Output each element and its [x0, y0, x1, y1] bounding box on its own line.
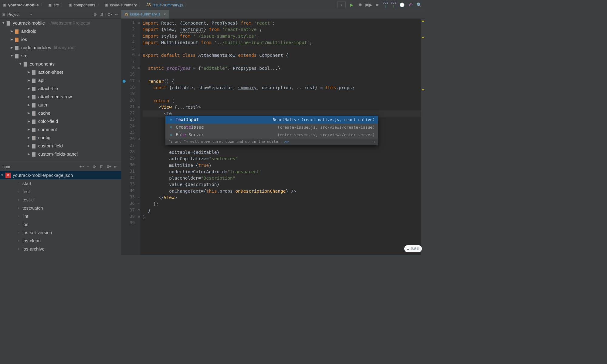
refresh-button[interactable]: ⟳ [91, 163, 98, 170]
tree-item[interactable]: ▶▇comment [0, 125, 121, 133]
completion-item[interactable]: ⚛TextInputReactNative (react-native.js, … [165, 116, 378, 123]
close-tab-button[interactable]: × [164, 12, 166, 16]
add-button[interactable]: ＋▾ [78, 163, 85, 170]
tree-item-label: src [21, 53, 27, 58]
breadcrumb-bar: ▣youtrack-mobile〉 ▣src〉 ▣components〉 ▣is… [0, 0, 425, 10]
tree-item[interactable]: ▼▇youtrack-mobile~/WebstormProjects/ [0, 19, 121, 27]
collapse-button[interactable]: ⇵ [98, 163, 105, 170]
folder-icon: ▇ [31, 152, 36, 157]
tree-item[interactable]: ▶▇attachments-row [0, 93, 121, 101]
npm-script-item[interactable]: ○test-ci [0, 196, 121, 204]
npm-script-item[interactable]: ○test:watch [0, 204, 121, 212]
vcs-update-button[interactable]: VCS↓ [383, 1, 388, 8]
tree-item[interactable]: ▶▇color-field [0, 117, 121, 125]
completion-item[interactable]: ⚛CreateIssue(create-issue.js, src/views/… [165, 123, 378, 131]
settings-gear-icon[interactable]: ⚙▾ [106, 163, 112, 170]
folder-icon: ▇ [31, 143, 36, 148]
collapse-all-button[interactable]: ⇵ [99, 11, 105, 17]
npm-script-item[interactable]: ○ios [0, 220, 121, 228]
locate-button[interactable]: ⊕ [92, 11, 99, 17]
js-file-icon: JS [124, 12, 128, 16]
react-icon: ⚛ [168, 125, 173, 130]
folder-icon: ▣ [69, 3, 72, 7]
hint-link[interactable]: >> [284, 140, 289, 144]
history-button[interactable]: 🕘 [398, 2, 406, 8]
npm-title: npm [2, 164, 10, 169]
tree-item[interactable]: ▶▇action-sheet [0, 68, 121, 76]
stop-button[interactable]: ■ [373, 2, 381, 8]
breadcrumb-item[interactable]: JSissue-summary.js〉 [145, 1, 192, 8]
tree-item[interactable]: ▼▇components [0, 60, 121, 68]
folder-icon: ▇ [31, 111, 36, 116]
completion-item[interactable]: ⚛EnterServer(enter-server.js, src/views/… [165, 131, 378, 139]
breadcrumb-item[interactable]: ▣issue-summary〉 [104, 1, 145, 8]
tab-label: issue-summary.js [130, 12, 161, 16]
search-everywhere-button[interactable]: 🔍 [415, 2, 423, 8]
tree-item[interactable]: ▶▇cache [0, 109, 121, 117]
tree-item-label: color-field [38, 119, 58, 124]
npm-icon: n [5, 173, 11, 178]
hide-button[interactable]: ⇤ [112, 163, 119, 170]
folder-icon: ▇ [22, 62, 28, 66]
hide-button[interactable]: ⇤ [113, 11, 120, 17]
npm-script-item[interactable]: ○test [0, 187, 121, 196]
tree-item-label: android [21, 29, 36, 34]
completion-popup[interactable]: ⚛TextInputReactNative (react-native.js, … [165, 116, 378, 145]
folder-icon: ▇ [5, 21, 11, 25]
folder-icon: ▇ [14, 37, 19, 42]
breadcrumb-item[interactable]: ▣youtrack-mobile〉 [2, 1, 47, 8]
npm-script-item[interactable]: ○ios-archive [0, 245, 121, 253]
folder-icon: ▇ [31, 94, 36, 99]
npm-package-row[interactable]: ▼ n youtrack-mobile/package.json [0, 171, 121, 179]
tree-item-label: api [38, 78, 44, 83]
view-mode-dropdown[interactable]: ▾ [30, 13, 32, 16]
editor-gutter[interactable]: 1⊟23456⊟78⊞1617⊟18192021⊟2223242526⊟2728… [121, 19, 140, 255]
tree-item[interactable]: ▶▇attach-file [0, 84, 121, 93]
project-toolwindow-header: ▣ Project ▾ ⊕ ⇵ | ⚙▾ ⇤ [0, 10, 121, 19]
breadcrumb-item[interactable]: ▣src〉 [47, 1, 67, 8]
folder-icon: ▇ [31, 78, 36, 83]
vcs-commit-button[interactable]: VCS↑ [391, 1, 396, 8]
react-icon: ⚛ [168, 117, 173, 122]
pi-icon[interactable]: π [372, 139, 375, 145]
folder-icon: ▇ [31, 135, 36, 140]
project-icon: ▣ [2, 12, 5, 17]
tree-item[interactable]: ▶▇auth [0, 101, 121, 109]
breadcrumb-item[interactable]: ▣components〉 [67, 1, 104, 8]
folder-icon: ▇ [31, 103, 36, 107]
tree-item[interactable]: ▶▇api [0, 76, 121, 84]
folder-icon: ▣ [48, 3, 52, 7]
tree-item-label: custom-field [38, 143, 63, 148]
settings-gear-icon[interactable]: ⚙▾ [106, 11, 113, 17]
coverage-button[interactable]: ▣▶ [365, 2, 373, 8]
run-button[interactable]: ▶ [348, 2, 356, 8]
tree-item[interactable]: ▶▇ios [0, 35, 121, 43]
tree-item-label: node_modules [21, 45, 51, 50]
npm-script-item[interactable]: ○lint [0, 212, 121, 220]
debug-button[interactable]: ✺ [356, 2, 364, 8]
code-editor[interactable]: import React, {Component, PropTypes} fro… [140, 19, 425, 255]
remove-button[interactable]: − [85, 163, 91, 170]
tree-item-label: custom-fields-panel [38, 151, 78, 157]
tree-item[interactable]: ▶▇android [0, 27, 121, 35]
tree-item-label: action-sheet [38, 69, 63, 75]
tree-item-label: youtrack-mobile [13, 20, 45, 25]
run-config-dropdown[interactable]: ▾ [337, 2, 346, 8]
npm-script-item[interactable]: ○ios-set-version [0, 228, 121, 237]
tree-item-label: components [30, 61, 55, 66]
completion-hint: ^↓ and ^↑ will move caret down and up in… [165, 139, 378, 145]
tree-item[interactable]: ▶▇config [0, 133, 121, 142]
tree-item[interactable]: ▶▇custom-field [0, 142, 121, 150]
tree-item-label: auth [38, 102, 47, 107]
npm-script-item[interactable]: ○ios-clean [0, 237, 121, 245]
revert-button[interactable]: ↶ [406, 2, 414, 8]
tree-item[interactable]: ▶▇custom-fields-panel [0, 150, 121, 158]
error-stripe[interactable] [421, 19, 425, 255]
tree-item[interactable]: ▶▇node_moduleslibrary root [0, 43, 121, 52]
folder-icon: ▇ [31, 119, 36, 124]
folder-icon: ▣ [105, 3, 108, 7]
npm-script-item[interactable]: ○start [0, 179, 121, 187]
folder-icon: ▣ [3, 3, 6, 7]
tree-item[interactable]: ▼▇src [0, 52, 121, 60]
editor-tab[interactable]: JS issue-summary.js × [121, 10, 169, 19]
